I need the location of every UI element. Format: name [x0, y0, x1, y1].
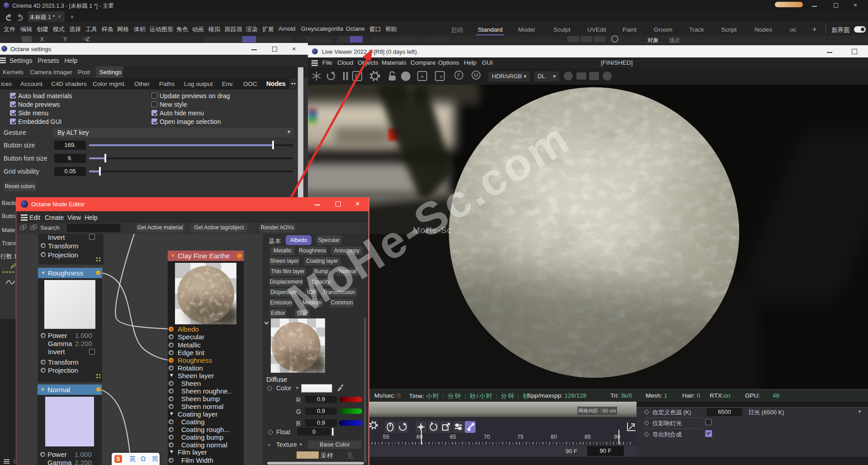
svg-text:MoHe-Sc.com: MoHe-Sc.com — [279, 112, 579, 326]
svg-text:MoHe-Sc: MoHe-Sc — [413, 225, 452, 235]
